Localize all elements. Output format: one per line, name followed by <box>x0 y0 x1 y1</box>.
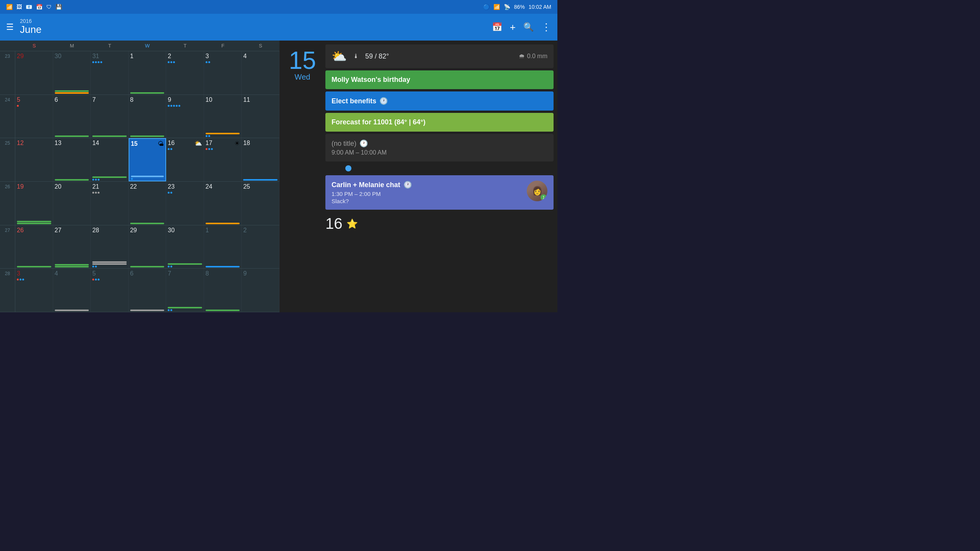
current-time: 10:02 AM <box>529 4 551 10</box>
day-headers: S M T W T F S <box>0 41 279 51</box>
main-content: S M T W T F S 23 29 30 <box>0 41 557 312</box>
calendar-cell-jun21[interactable]: 21 <box>91 182 129 225</box>
calendar-week-26: 26 19 20 21 <box>0 182 279 225</box>
notitle-event-card[interactable]: (no title) 🕐 9:00 AM – 10:00 AM <box>325 134 554 161</box>
calendar-week-28: 28 3 4 5 <box>0 269 279 312</box>
calendar-cell-jul9[interactable]: 9 <box>242 269 279 312</box>
day-detail-sidebar: 15 Wed <box>279 41 325 312</box>
calendar-cell-jun13[interactable]: 13 <box>53 138 91 181</box>
forecast-event-card[interactable]: Forecast for 11001 (84° | 64°) <box>325 113 554 132</box>
calendar-cell-jun5[interactable]: 5 <box>15 95 53 138</box>
shield-icon: 🛡 <box>46 4 52 10</box>
calendar-cell-jul8[interactable]: 8 <box>204 269 242 312</box>
weather-card: ⛅ 🌡 59 / 82° 🌧 0.0 mm <box>325 44 554 68</box>
calendar-cell-jun18[interactable]: 18 <box>242 138 279 181</box>
birthday-event-card[interactable]: Molly Watson's birthday <box>325 70 554 89</box>
carlin-event-info: Carlin + Melanie chat 🕐 1:30 PM – 2:00 P… <box>332 181 527 204</box>
next-day-row: 16 ⭐ <box>325 212 554 234</box>
next-day-icon: ⭐ <box>346 218 358 229</box>
next-day-number: 16 <box>325 215 343 232</box>
calendar-cell-jun3[interactable]: 3 <box>204 51 242 95</box>
calendar-cell-jun19[interactable]: 19 <box>15 182 53 225</box>
network-icon: 📡 <box>504 4 510 10</box>
calendar-cell-jun9[interactable]: 9 <box>166 95 204 138</box>
app-title: 2016 June <box>20 18 41 36</box>
calendar-cell-jun15-today[interactable]: 15 🌤 <box>129 138 167 181</box>
sunday-header: S <box>15 41 53 51</box>
events-panel: ⛅ 🌡 59 / 82° 🌧 0.0 mm Molly Watson's bir… <box>325 41 557 312</box>
calendar-cell-jun30[interactable]: 30 <box>166 225 204 269</box>
year-label: 2016 <box>20 18 41 24</box>
clock-icon-benefits: 🕐 <box>379 97 388 105</box>
clock-icon-carlin: 🕐 <box>403 181 412 189</box>
carlin-event-subtitle: Slack? <box>332 198 527 204</box>
calendar-cell-jun29[interactable]: 29 <box>129 225 167 269</box>
week-num-header <box>0 41 15 51</box>
calendar-cell-jun12[interactable]: 12 <box>15 138 53 181</box>
calendar-cell-jun20[interactable]: 20 <box>53 182 91 225</box>
week-num-27: 27 <box>0 225 15 269</box>
weather-icon-17: ☀ <box>234 140 240 147</box>
thermometer-icon: 🌡 <box>353 53 359 60</box>
more-options-icon[interactable]: ⋮ <box>541 21 551 33</box>
clock-icon-notitle: 🕐 <box>359 139 368 148</box>
calendar-cell-jun17[interactable]: 17 ☀ <box>204 138 242 181</box>
selected-day-number: 15 <box>289 48 316 73</box>
saturday-header: S <box>242 41 279 51</box>
app-bar-actions: 📅 + 🔍 ⋮ <box>492 21 551 33</box>
calendar-cell-jun1[interactable]: 1 <box>129 51 167 95</box>
calendar-cell-jun14[interactable]: 14 <box>91 138 129 181</box>
calendar-cell-jul1[interactable]: 1 <box>204 225 242 269</box>
calendar-cell-jun23[interactable]: 23 <box>166 182 204 225</box>
calendar-cell-jun27[interactable]: 27 <box>53 225 91 269</box>
carlin-avatar: 👩 1 <box>527 181 547 201</box>
wifi-icon: 📶 <box>6 4 13 10</box>
calendar-cell-jul5[interactable]: 5 <box>91 269 129 312</box>
weather-condition-icon: ⛅ <box>332 49 347 64</box>
calendar-cell-jun7[interactable]: 7 <box>91 95 129 138</box>
calendar-cell-jul4[interactable]: 4 <box>53 269 91 312</box>
calendar-cell-may29[interactable]: 29 <box>15 51 53 95</box>
benefits-event-card[interactable]: Elect benefits 🕐 <box>325 91 554 111</box>
calendar-cell-jun11[interactable]: 11 <box>242 95 279 138</box>
hamburger-menu-icon[interactable]: ☰ <box>6 22 14 32</box>
calendar-cell-jul3[interactable]: 3 <box>15 269 53 312</box>
calendar-cell-may31[interactable]: 31 <box>91 51 129 95</box>
calendar-cell-jun25[interactable]: 25 <box>242 182 279 225</box>
carlin-event-card[interactable]: Carlin + Melanie chat 🕐 1:30 PM – 2:00 P… <box>325 175 554 210</box>
benefits-event-title: Elect benefits 🕐 <box>332 97 547 105</box>
drive-icon: 💾 <box>56 4 62 10</box>
calendar-cell-jul2[interactable]: 2 <box>242 225 279 269</box>
calendar-cell-jul7[interactable]: 7 <box>166 269 204 312</box>
calendar-cell-jun24[interactable]: 24 <box>204 182 242 225</box>
thursday-header: T <box>166 41 204 51</box>
search-icon[interactable]: 🔍 <box>523 22 534 32</box>
calendar-cell-jun10[interactable]: 10 <box>204 95 242 138</box>
week-num-28: 28 <box>0 269 15 312</box>
calendar-cell-jun8[interactable]: 8 <box>129 95 167 138</box>
calendar-cell-jun22[interactable]: 22 <box>129 182 167 225</box>
notitle-event-time: 9:00 AM – 10:00 AM <box>332 149 547 156</box>
status-bar: 📶 🖼 📧 📅 🛡 💾 🔵 📶 📡 86% 10:02 AM <box>0 0 557 14</box>
forecast-event-title: Forecast for 11001 (84° | 64°) <box>332 118 547 126</box>
photo-icon: 🖼 <box>16 4 22 10</box>
monday-header: M <box>53 41 91 51</box>
month-label: June <box>20 24 41 36</box>
calendar-cell-jun16[interactable]: 16 ⛅ <box>166 138 204 181</box>
week-num-25: 25 <box>0 138 15 181</box>
calendar-cell-jun6[interactable]: 6 <box>53 95 91 138</box>
add-event-icon[interactable]: + <box>510 21 516 33</box>
rain-icon: 🌧 <box>519 53 525 60</box>
calendar-cell-may30[interactable]: 30 <box>53 51 91 95</box>
calendar-cell-jun2[interactable]: 2 <box>166 51 204 95</box>
avatar-badge: 1 <box>541 194 547 201</box>
week-num-24: 24 <box>0 95 15 138</box>
calendar-cell-jun26[interactable]: 26 <box>15 225 53 269</box>
calendar-cell-jun28[interactable]: 28 <box>91 225 129 269</box>
calendar-view-icon[interactable]: 📅 <box>492 22 502 32</box>
calendar-cell-jun4[interactable]: 4 <box>242 51 279 95</box>
signal-icon: 📶 <box>493 4 500 10</box>
calendar-cell-jul6[interactable]: 6 <box>129 269 167 312</box>
notitle-event-title: (no title) 🕐 <box>332 139 547 148</box>
calendar-week-27: 27 26 27 28 <box>0 225 279 269</box>
